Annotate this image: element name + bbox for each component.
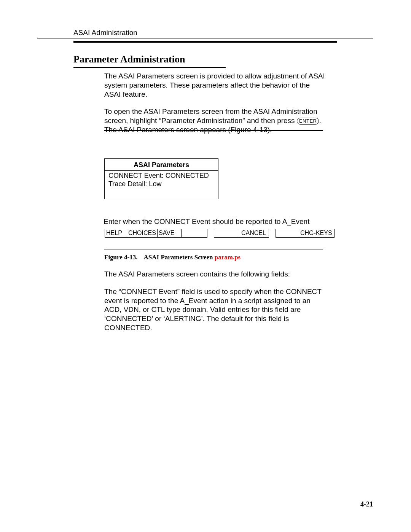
figure-rule-bottom <box>104 249 323 249</box>
page-number: 4-21 <box>360 500 373 508</box>
figure-caption-title: ASAI Parameters Screen <box>144 254 213 261</box>
page: ASAI Administration Parameter Administra… <box>0 0 411 532</box>
fkey-save[interactable]: SAVE <box>158 229 182 238</box>
body-following: The ASAI Parameters screen contains the … <box>104 270 325 332</box>
paragraph-1: The ASAI Parameters screen is provided t… <box>104 72 325 99</box>
figure-caption-link[interactable]: param.ps <box>215 254 241 261</box>
fkey-blank-1 <box>182 229 207 238</box>
paragraph-4: The “CONNECT Event” field is used to spe… <box>104 287 325 332</box>
figure-caption: Figure 4-13. ASAI Parameters Screen para… <box>104 254 241 261</box>
figure-rule-top <box>104 130 323 131</box>
header-rule-thick <box>73 41 337 43</box>
asai-parameters-divider <box>105 170 218 171</box>
fkey-gap-2 <box>269 229 276 238</box>
running-header: ASAI Administration <box>73 29 137 37</box>
asai-parameters-box: ASAI Parameters CONNECT Event: CONNECTED… <box>104 158 218 199</box>
fkey-blank-3 <box>276 229 299 238</box>
enter-key-icon: ENTER <box>297 118 319 125</box>
param-row-trace-detail: Trace Detail: Low <box>108 180 214 189</box>
fkey-blank-2 <box>214 229 240 238</box>
fkey-cancel[interactable]: CANCEL <box>240 229 269 238</box>
figure-caption-label: Figure 4-13. <box>104 254 138 261</box>
param-row-connect-event: CONNECT Event: CONNECTED <box>108 172 214 180</box>
paragraph-2a: To open the ASAI Parameters screen from … <box>104 107 317 125</box>
function-key-bar: HELP CHOICES SAVE CANCEL CHG-KEYS <box>105 229 335 238</box>
body-intro: The ASAI Parameters screen is provided t… <box>104 72 325 134</box>
paragraph-3: The ASAI Parameters screen contains the … <box>104 270 325 279</box>
fkey-chgkeys[interactable]: CHG-KEYS <box>299 229 335 238</box>
header-rule-thin <box>37 38 373 38</box>
section-title-underline <box>73 67 226 68</box>
hint-line: Enter when the CONNECT Event should be r… <box>104 217 309 226</box>
asai-parameters-title: ASAI Parameters <box>108 161 214 169</box>
section-title: Parameter Administration <box>73 54 185 65</box>
fkey-gap-1 <box>207 229 214 238</box>
fkey-choices[interactable]: CHOICES <box>127 229 158 238</box>
fkey-help[interactable]: HELP <box>105 229 127 238</box>
